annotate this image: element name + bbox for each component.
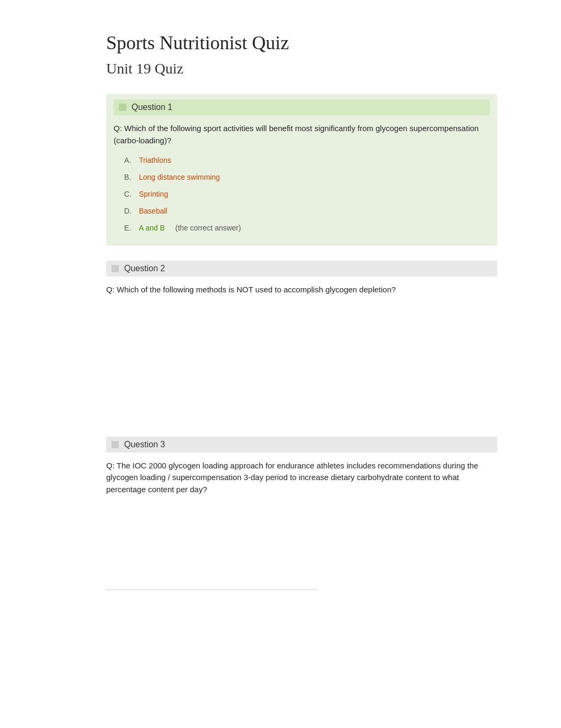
answer-link-1c[interactable]: Sprinting <box>139 190 168 198</box>
answer-letter-1b: B. <box>124 173 139 181</box>
question-block-1: Question 1 Q: Which of the following spo… <box>106 94 497 246</box>
question-3-header: Question 3 <box>106 437 497 453</box>
answer-link-1b[interactable]: Long distance swimming <box>139 173 220 181</box>
question-3-answers-area <box>106 505 497 568</box>
answer-link-1d[interactable]: Baseball <box>139 207 167 215</box>
question-block-3: Question 3 Q: The IOC 2000 glycogen load… <box>106 437 497 569</box>
question-2-answers-area <box>106 306 497 422</box>
question-1-text: Q: Which of the following sport activiti… <box>114 123 490 146</box>
question-1-dot <box>119 104 126 111</box>
page-title: Sports Nutritionist Quiz <box>106 32 497 54</box>
question-3-text: Q: The IOC 2000 glycogen loading approac… <box>106 460 497 496</box>
answer-1-b: B. Long distance swimming <box>124 173 490 181</box>
question-2-text: Q: Which of the following methods is NOT… <box>106 284 497 296</box>
answer-1-c: C. Sprinting <box>124 190 490 198</box>
answer-1-d: D. Baseball <box>124 207 490 215</box>
question-3-dot <box>111 441 119 448</box>
unit-title: Unit 19 Quiz <box>106 60 497 81</box>
answer-1-a: A. Triathlons <box>124 156 490 164</box>
question-1-label: Question 1 <box>132 103 172 112</box>
answer-letter-1d: D. <box>124 207 139 215</box>
question-block-2: Question 2 Q: Which of the following met… <box>106 261 497 422</box>
bottom-divider <box>106 589 317 590</box>
question-2-header: Question 2 <box>106 261 497 277</box>
question-3-label: Question 3 <box>124 440 165 449</box>
answer-letter-1a: A. <box>124 156 139 164</box>
question-2-label: Question 2 <box>124 264 165 273</box>
question-1-header: Question 1 <box>114 99 490 115</box>
correct-note-1e: (the correct answer) <box>169 224 241 232</box>
answer-link-1a[interactable]: Triathlons <box>139 156 171 164</box>
answer-letter-1c: C. <box>124 190 139 198</box>
answer-1-e: E. A and B (the correct answer) <box>124 224 490 232</box>
answer-letter-1e: E. <box>124 224 139 232</box>
answer-list-1: A. Triathlons B. Long distance swimming … <box>114 156 490 232</box>
page-container: Sports Nutritionist Quiz Unit 19 Quiz Qu… <box>53 0 508 643</box>
question-2-dot <box>111 265 119 272</box>
answer-link-1e[interactable]: A and B <box>139 224 165 232</box>
